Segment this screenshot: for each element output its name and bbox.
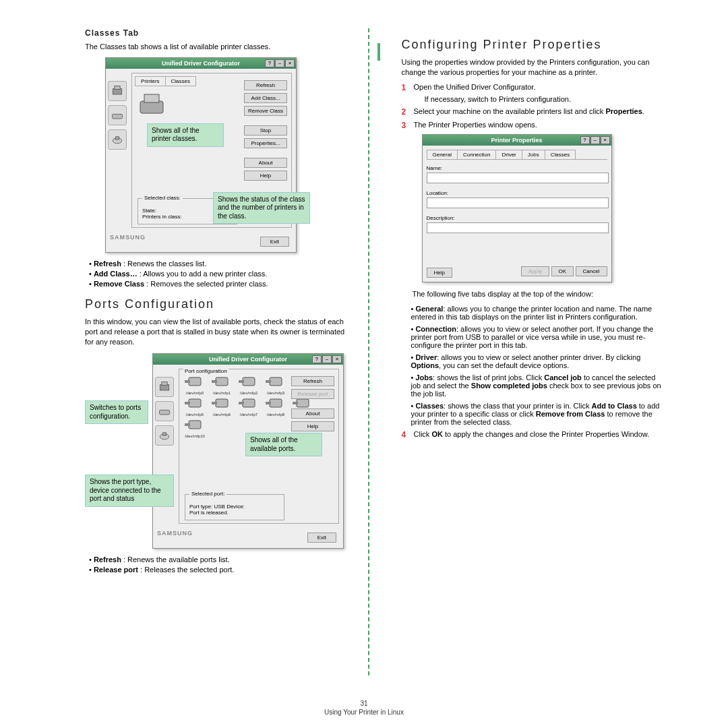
port-icon[interactable]: /dev/mfp10 (182, 418, 208, 438)
ports-side-tab[interactable] (155, 425, 174, 446)
callout-class-status: Shows the status of the class and the nu… (213, 192, 310, 224)
tab-jobs[interactable]: Jobs (522, 150, 545, 159)
svg-rect-6 (144, 94, 159, 102)
close-icon[interactable]: × (601, 136, 610, 144)
classes-tab-heading: Classes Tab (85, 28, 348, 38)
page-footer: 31 Using Your Printer in Linux (0, 700, 728, 716)
refresh-button[interactable]: Refresh (291, 376, 334, 386)
tab-connection-desc: • Connection: allows you to view or sele… (411, 325, 665, 349)
svg-rect-17 (239, 380, 244, 383)
release-port-button[interactable]: Release port (291, 389, 334, 399)
tab-jobs-desc: • Jobs: shows the list of print jobs. Cl… (411, 373, 665, 398)
refresh-button[interactable]: Refresh (244, 80, 287, 90)
svg-rect-0 (113, 89, 121, 94)
port-icon[interactable]: /dev/mfp3 (263, 375, 289, 395)
properties-heading: Configuring Printer Properties (402, 38, 665, 52)
ports-intro: In this window, you can view the list of… (85, 317, 348, 347)
svg-rect-29 (266, 402, 271, 404)
scanners-side-tab[interactable] (155, 401, 174, 421)
svg-rect-5 (140, 101, 163, 113)
tab-connection[interactable]: Connection (457, 150, 496, 159)
step-1: Open the Unified Driver Configurator.If … (414, 83, 665, 103)
close-icon[interactable]: × (332, 355, 342, 363)
classes-tab[interactable]: Classes (165, 76, 196, 86)
help-button[interactable]: Help (427, 268, 452, 278)
svg-rect-8 (162, 382, 167, 386)
close-icon[interactable]: × (285, 59, 295, 67)
help-icon[interactable]: ? (312, 355, 322, 363)
svg-rect-18 (270, 377, 282, 386)
ok-button[interactable]: OK (551, 266, 574, 276)
svg-rect-12 (189, 377, 201, 386)
minimize-icon[interactable]: – (590, 136, 600, 144)
about-button[interactable]: About (244, 158, 287, 168)
classes-remove-desc: • Remove Class : Removes the selected pr… (89, 280, 348, 288)
exit-button[interactable]: Exit (260, 237, 289, 247)
svg-rect-19 (266, 380, 271, 383)
classes-tab-intro: The Classes tab shows a list of availabl… (85, 42, 348, 52)
port-icon[interactable]: /dev/mfp8 (263, 396, 289, 417)
help-icon[interactable]: ? (580, 136, 590, 144)
properties-window-title: Printer Properties ?–× (423, 135, 611, 146)
svg-rect-28 (270, 399, 282, 407)
name-field[interactable] (427, 173, 609, 183)
callout-switch-ports: Switches to ports configuration. (85, 400, 148, 424)
remove-class-button[interactable]: Remove Class (244, 106, 287, 116)
svg-rect-25 (212, 402, 217, 404)
ports-window-title: Unified Driver Configurator ?–× (153, 354, 343, 365)
location-field[interactable] (427, 198, 609, 208)
tab-driver-desc: • Driver: allows you to view or select a… (411, 353, 665, 369)
tab-general[interactable]: General (427, 150, 458, 159)
classes-add-desc: • Add Class… : Allows you to add a new p… (89, 270, 348, 278)
scanners-side-tab[interactable] (108, 105, 127, 125)
properties-button[interactable]: Properties... (244, 138, 287, 148)
about-button[interactable]: About (291, 408, 334, 419)
help-icon[interactable]: ? (265, 59, 274, 67)
step-3: The Printer Properties window opens. (414, 121, 665, 130)
svg-rect-27 (239, 402, 244, 404)
svg-rect-32 (189, 421, 201, 429)
svg-rect-16 (243, 377, 255, 386)
svg-rect-26 (243, 399, 255, 407)
tab-classes[interactable]: Classes (545, 150, 576, 159)
svg-rect-15 (212, 380, 217, 383)
svg-rect-13 (185, 380, 190, 383)
svg-rect-2 (113, 114, 123, 119)
ports-side-tab[interactable] (108, 129, 127, 150)
brand-logo: SAMSUNG (110, 234, 146, 241)
ports-refresh-desc: • Refresh : Renews the available ports l… (89, 555, 348, 564)
apply-button[interactable]: Apply (521, 266, 549, 276)
port-icon[interactable]: /dev/mfp0 (182, 375, 208, 395)
exit-button[interactable]: Exit (307, 533, 336, 543)
step-4: Click OK to apply the changes and close … (414, 430, 665, 439)
properties-window: Printer Properties ?–× General Connectio… (422, 134, 612, 282)
port-icon[interactable]: /dev/mfp5 (182, 396, 208, 417)
port-icon[interactable]: /dev/mfp6 (209, 396, 235, 417)
add-class-button[interactable]: Add Class... (244, 93, 287, 103)
ports-release-desc: • Release port : Releases the selected p… (89, 566, 348, 574)
printers-side-tab[interactable] (155, 377, 174, 397)
help-button[interactable]: Help (291, 421, 334, 431)
port-icon[interactable]: /dev/mfp2 (236, 375, 262, 395)
stop-button[interactable]: Stop (244, 125, 287, 135)
svg-rect-11 (163, 433, 166, 435)
svg-rect-1 (115, 86, 120, 89)
callout-port-status: Shows the port type, device connected to… (85, 475, 174, 507)
properties-intro: Using the properties window provided by … (402, 57, 665, 78)
help-button[interactable]: Help (244, 171, 287, 181)
step-2: Select your machine on the available pri… (414, 107, 665, 117)
minimize-icon[interactable]: – (275, 59, 284, 67)
ports-heading: Ports Configuration (85, 297, 348, 311)
svg-rect-22 (189, 399, 201, 407)
minimize-icon[interactable]: – (322, 355, 332, 363)
port-icon[interactable]: /dev/mfp1 (209, 375, 235, 395)
tab-driver[interactable]: Driver (495, 150, 522, 159)
printers-side-tab[interactable] (108, 81, 127, 101)
description-field[interactable] (427, 222, 609, 233)
cancel-button[interactable]: Cancel (576, 266, 607, 276)
tab-classes-desc: • Classes: shows the class that your pri… (411, 402, 665, 426)
printers-tab[interactable]: Printers (135, 76, 166, 86)
port-icon[interactable]: /dev/mfp7 (236, 396, 262, 417)
callout-classes-list: Shows all of the printer classes. (147, 123, 224, 147)
svg-rect-14 (216, 377, 228, 386)
